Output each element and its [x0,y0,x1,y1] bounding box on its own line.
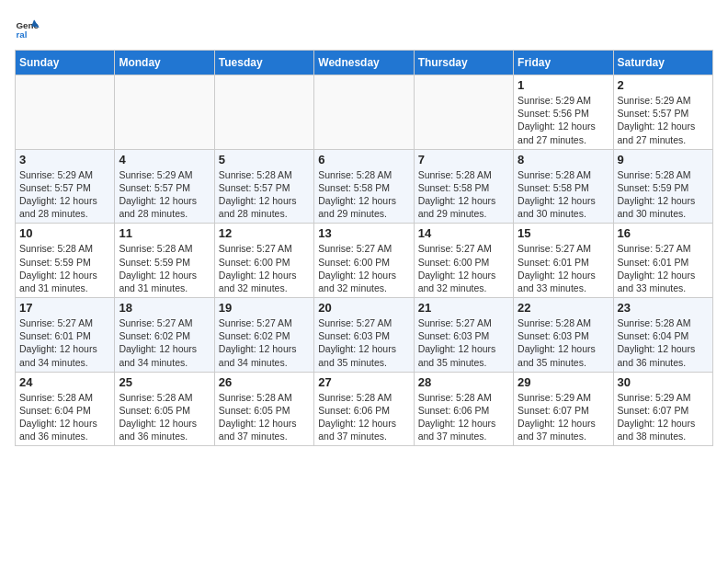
day-info: Sunrise: 5:27 AM Sunset: 6:00 PM Dayligh… [219,242,310,294]
calendar-day-cell: 23Sunrise: 5:28 AM Sunset: 6:04 PM Dayli… [613,298,712,373]
day-number: 6 [318,153,409,167]
calendar-day-cell: 19Sunrise: 5:27 AM Sunset: 6:02 PM Dayli… [214,298,313,373]
day-number: 27 [318,375,409,389]
day-number: 16 [618,226,709,240]
calendar-table: SundayMondayTuesdayWednesdayThursdayFrid… [15,50,713,446]
day-number: 13 [318,226,409,240]
weekday-header: Sunday [16,51,115,75]
day-number: 1 [518,78,609,92]
day-info: Sunrise: 5:28 AM Sunset: 6:04 PM Dayligh… [19,391,110,443]
calendar-day-cell: 16Sunrise: 5:27 AM Sunset: 6:01 PM Dayli… [613,224,712,298]
day-number: 14 [418,226,509,240]
day-number: 17 [19,301,110,315]
calendar-day-cell: 2Sunrise: 5:29 AM Sunset: 5:57 PM Daylig… [613,75,712,150]
calendar-day-cell [414,75,513,150]
calendar-week-row: 3Sunrise: 5:29 AM Sunset: 5:57 PM Daylig… [16,149,713,224]
day-number: 26 [219,375,310,389]
day-info: Sunrise: 5:27 AM Sunset: 6:01 PM Dayligh… [618,242,709,294]
day-number: 8 [518,153,609,167]
calendar-day-cell: 11Sunrise: 5:28 AM Sunset: 5:59 PM Dayli… [115,224,214,298]
day-info: Sunrise: 5:29 AM Sunset: 5:56 PM Dayligh… [518,94,609,146]
calendar-day-cell: 17Sunrise: 5:27 AM Sunset: 6:01 PM Dayli… [16,298,115,373]
calendar-day-cell [314,75,414,150]
logo-icon: Gene ral [15,15,40,40]
day-info: Sunrise: 5:28 AM Sunset: 6:05 PM Dayligh… [119,391,210,443]
calendar-day-cell: 3Sunrise: 5:29 AM Sunset: 5:57 PM Daylig… [16,149,115,224]
day-number: 15 [518,226,609,240]
day-info: Sunrise: 5:28 AM Sunset: 5:58 PM Dayligh… [318,168,409,221]
day-info: Sunrise: 5:27 AM Sunset: 6:02 PM Dayligh… [119,316,210,369]
svg-text:ral: ral [16,29,27,40]
calendar-day-cell: 6Sunrise: 5:28 AM Sunset: 5:58 PM Daylig… [314,149,414,224]
day-number: 30 [618,375,709,389]
day-info: Sunrise: 5:27 AM Sunset: 6:00 PM Dayligh… [418,242,509,294]
day-info: Sunrise: 5:29 AM Sunset: 5:57 PM Dayligh… [119,168,210,221]
calendar-day-cell: 24Sunrise: 5:28 AM Sunset: 6:04 PM Dayli… [16,372,115,446]
day-info: Sunrise: 5:28 AM Sunset: 5:58 PM Dayligh… [418,168,509,221]
day-number: 5 [219,153,310,167]
calendar-day-cell: 5Sunrise: 5:28 AM Sunset: 5:57 PM Daylig… [214,149,313,224]
day-info: Sunrise: 5:28 AM Sunset: 5:58 PM Dayligh… [518,168,609,221]
calendar-day-cell: 9Sunrise: 5:28 AM Sunset: 5:59 PM Daylig… [613,149,712,224]
weekday-header: Friday [514,51,613,75]
day-info: Sunrise: 5:29 AM Sunset: 6:07 PM Dayligh… [518,391,609,443]
calendar-day-cell: 12Sunrise: 5:27 AM Sunset: 6:00 PM Dayli… [214,224,313,298]
calendar-day-cell: 7Sunrise: 5:28 AM Sunset: 5:58 PM Daylig… [414,149,513,224]
day-number: 19 [219,301,310,315]
day-number: 7 [418,153,509,167]
day-number: 23 [618,301,709,315]
calendar-day-cell: 14Sunrise: 5:27 AM Sunset: 6:00 PM Dayli… [414,224,513,298]
calendar-day-cell: 27Sunrise: 5:28 AM Sunset: 6:06 PM Dayli… [314,372,414,446]
calendar-day-cell: 10Sunrise: 5:28 AM Sunset: 5:59 PM Dayli… [16,224,115,298]
day-number: 24 [19,375,110,389]
day-number: 21 [418,301,509,315]
day-number: 20 [318,301,409,315]
day-info: Sunrise: 5:27 AM Sunset: 6:00 PM Dayligh… [318,242,409,294]
day-info: Sunrise: 5:27 AM Sunset: 6:01 PM Dayligh… [19,316,110,369]
calendar-day-cell: 15Sunrise: 5:27 AM Sunset: 6:01 PM Dayli… [514,224,613,298]
day-number: 2 [618,78,709,92]
calendar-day-cell: 1Sunrise: 5:29 AM Sunset: 5:56 PM Daylig… [514,75,613,150]
day-info: Sunrise: 5:28 AM Sunset: 5:59 PM Dayligh… [19,242,110,294]
day-info: Sunrise: 5:29 AM Sunset: 5:57 PM Dayligh… [618,94,709,146]
calendar-day-cell: 20Sunrise: 5:27 AM Sunset: 6:03 PM Dayli… [314,298,414,373]
day-info: Sunrise: 5:27 AM Sunset: 6:01 PM Dayligh… [518,242,609,294]
day-number: 12 [219,226,310,240]
day-info: Sunrise: 5:28 AM Sunset: 6:04 PM Dayligh… [618,316,709,369]
day-info: Sunrise: 5:28 AM Sunset: 5:57 PM Dayligh… [219,168,310,221]
calendar-week-row: 17Sunrise: 5:27 AM Sunset: 6:01 PM Dayli… [16,298,713,373]
day-info: Sunrise: 5:28 AM Sunset: 6:06 PM Dayligh… [318,391,409,443]
calendar-day-cell: 28Sunrise: 5:28 AM Sunset: 6:06 PM Dayli… [414,372,513,446]
weekday-header: Thursday [414,51,513,75]
calendar-week-row: 24Sunrise: 5:28 AM Sunset: 6:04 PM Dayli… [16,372,713,446]
weekday-header: Monday [115,51,214,75]
day-number: 22 [518,301,609,315]
calendar-day-cell [16,75,115,150]
calendar-day-cell: 13Sunrise: 5:27 AM Sunset: 6:00 PM Dayli… [314,224,414,298]
calendar-day-cell: 4Sunrise: 5:29 AM Sunset: 5:57 PM Daylig… [115,149,214,224]
day-number: 28 [418,375,509,389]
calendar-day-cell [115,75,214,150]
day-number: 10 [19,226,110,240]
calendar-day-cell [214,75,313,150]
calendar-day-cell: 22Sunrise: 5:28 AM Sunset: 6:03 PM Dayli… [514,298,613,373]
day-info: Sunrise: 5:29 AM Sunset: 6:07 PM Dayligh… [618,391,709,443]
day-number: 9 [618,153,709,167]
day-info: Sunrise: 5:28 AM Sunset: 6:03 PM Dayligh… [518,316,609,369]
day-number: 11 [119,226,210,240]
weekday-header: Wednesday [314,51,414,75]
calendar-day-cell: 26Sunrise: 5:28 AM Sunset: 6:05 PM Dayli… [214,372,313,446]
day-info: Sunrise: 5:28 AM Sunset: 6:06 PM Dayligh… [418,391,509,443]
day-number: 3 [19,153,110,167]
calendar-day-cell: 8Sunrise: 5:28 AM Sunset: 5:58 PM Daylig… [514,149,613,224]
day-info: Sunrise: 5:28 AM Sunset: 6:05 PM Dayligh… [219,391,310,443]
day-number: 4 [119,153,210,167]
day-info: Sunrise: 5:28 AM Sunset: 5:59 PM Dayligh… [119,242,210,294]
weekday-header-row: SundayMondayTuesdayWednesdayThursdayFrid… [16,51,713,75]
calendar-week-row: 1Sunrise: 5:29 AM Sunset: 5:56 PM Daylig… [16,75,713,150]
logo: Gene ral [15,15,44,40]
calendar-day-cell: 18Sunrise: 5:27 AM Sunset: 6:02 PM Dayli… [115,298,214,373]
calendar-day-cell: 21Sunrise: 5:27 AM Sunset: 6:03 PM Dayli… [414,298,513,373]
calendar-day-cell: 30Sunrise: 5:29 AM Sunset: 6:07 PM Dayli… [613,372,712,446]
weekday-header: Saturday [613,51,712,75]
